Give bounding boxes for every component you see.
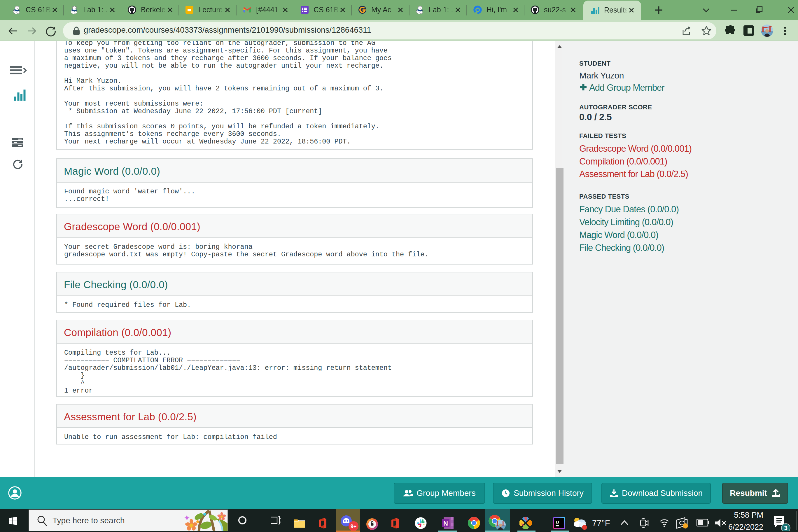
svg-text:N: N [443, 520, 448, 527]
svg-text:CS61BL: CS61BL [14, 10, 20, 12]
svg-text:9+: 9+ [350, 524, 357, 529]
svg-text:CS61BL: CS61BL [417, 10, 423, 12]
svg-text:CS61BL: CS61BL [71, 10, 78, 12]
svg-text:IJ: IJ [556, 520, 559, 525]
svg-text:3: 3 [784, 525, 787, 531]
